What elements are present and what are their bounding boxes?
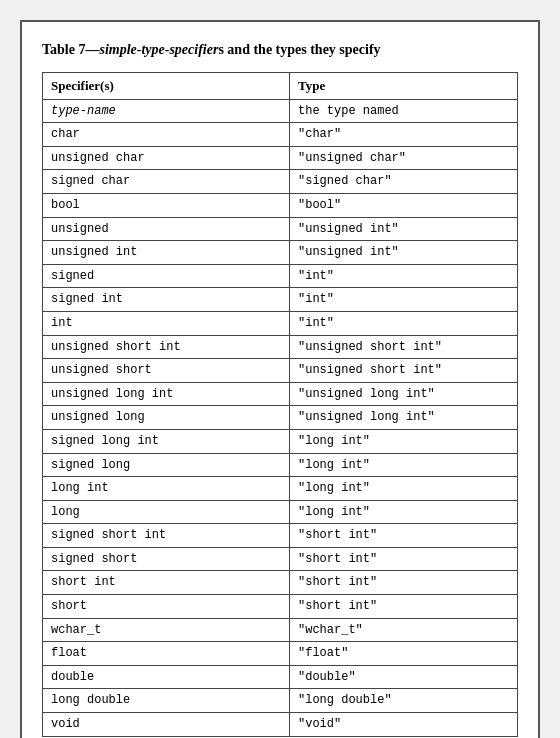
type-cell: "short int" [290, 571, 518, 595]
table-row: signed short"short int" [43, 547, 518, 571]
title-suffix: s and the types they specify [218, 42, 380, 57]
specifier-cell: float [43, 642, 290, 666]
specifier-cell: unsigned short [43, 359, 290, 383]
type-cell: "float" [290, 642, 518, 666]
specifier-cell: short int [43, 571, 290, 595]
table-row: unsigned char"unsigned char" [43, 146, 518, 170]
type-cell: "void" [290, 713, 518, 737]
table-row: unsigned long int"unsigned long int" [43, 382, 518, 406]
table-row: signed char"signed char" [43, 170, 518, 194]
type-cell: "unsigned long int" [290, 406, 518, 430]
specifier-cell: unsigned long int [43, 382, 290, 406]
specifier-cell: wchar_t [43, 618, 290, 642]
specifier-cell: unsigned long [43, 406, 290, 430]
specifier-cell: char [43, 123, 290, 147]
type-cell: "int" [290, 264, 518, 288]
type-cell: "short int" [290, 547, 518, 571]
specifier-cell: unsigned short int [43, 335, 290, 359]
table-row: bool"bool" [43, 193, 518, 217]
specifier-cell: bool [43, 193, 290, 217]
type-cell: "long double" [290, 689, 518, 713]
table-row: void"void" [43, 713, 518, 737]
table-row: short int"short int" [43, 571, 518, 595]
type-cell: "wchar_t" [290, 618, 518, 642]
table-row: wchar_t"wchar_t" [43, 618, 518, 642]
specifier-cell: signed [43, 264, 290, 288]
specifier-cell: void [43, 713, 290, 737]
table-row: float"float" [43, 642, 518, 666]
type-cell: "bool" [290, 193, 518, 217]
type-cell: "signed char" [290, 170, 518, 194]
specifier-cell: unsigned [43, 217, 290, 241]
table-row: unsigned short int"unsigned short int" [43, 335, 518, 359]
table-row: signed short int"short int" [43, 524, 518, 548]
specifier-cell: long [43, 500, 290, 524]
table-row: char"char" [43, 123, 518, 147]
type-cell: "unsigned int" [290, 217, 518, 241]
type-cell: "unsigned short int" [290, 359, 518, 383]
table-row: signed long"long int" [43, 453, 518, 477]
col-header-type: Type [290, 72, 518, 99]
table-row: type-namethe type named [43, 99, 518, 123]
type-cell: the type named [290, 99, 518, 123]
specifier-cell: signed long int [43, 429, 290, 453]
type-cell: "unsigned int" [290, 241, 518, 265]
type-cell: "long int" [290, 477, 518, 501]
title-prefix: Table 7— [42, 42, 99, 57]
table-row: signed int"int" [43, 288, 518, 312]
specifier-cell: long double [43, 689, 290, 713]
table-row: unsigned"unsigned int" [43, 217, 518, 241]
specifier-table: Specifier(s) Type type-namethe type name… [42, 72, 518, 737]
type-cell: "int" [290, 311, 518, 335]
specifier-cell: long int [43, 477, 290, 501]
type-cell: "unsigned char" [290, 146, 518, 170]
type-cell: "unsigned short int" [290, 335, 518, 359]
page-container: Table 7—simple-type-specifiers and the t… [20, 20, 540, 738]
specifier-cell: short [43, 595, 290, 619]
specifier-cell: signed short [43, 547, 290, 571]
specifier-cell: signed long [43, 453, 290, 477]
table-row: unsigned int"unsigned int" [43, 241, 518, 265]
type-cell: "int" [290, 288, 518, 312]
table-row: int"int" [43, 311, 518, 335]
table-row: unsigned long"unsigned long int" [43, 406, 518, 430]
title-italic: simple-type-specifier [99, 42, 218, 57]
type-cell: "char" [290, 123, 518, 147]
col-header-specifier: Specifier(s) [43, 72, 290, 99]
type-cell: "long int" [290, 500, 518, 524]
type-cell: "long int" [290, 429, 518, 453]
type-cell: "unsigned long int" [290, 382, 518, 406]
table-row: short"short int" [43, 595, 518, 619]
specifier-cell: signed char [43, 170, 290, 194]
specifier-cell: unsigned int [43, 241, 290, 265]
type-cell: "short int" [290, 524, 518, 548]
type-cell: "long int" [290, 453, 518, 477]
type-cell: "double" [290, 665, 518, 689]
table-row: long"long int" [43, 500, 518, 524]
specifier-cell: type-name [43, 99, 290, 123]
table-title: Table 7—simple-type-specifiers and the t… [42, 40, 518, 60]
specifier-cell: signed int [43, 288, 290, 312]
type-cell: "short int" [290, 595, 518, 619]
table-row: long int"long int" [43, 477, 518, 501]
table-row: double"double" [43, 665, 518, 689]
specifier-cell: unsigned char [43, 146, 290, 170]
table-row: signed"int" [43, 264, 518, 288]
table-row: signed long int"long int" [43, 429, 518, 453]
specifier-cell: int [43, 311, 290, 335]
specifier-cell: signed short int [43, 524, 290, 548]
table-row: long double"long double" [43, 689, 518, 713]
specifier-cell: double [43, 665, 290, 689]
table-row: unsigned short"unsigned short int" [43, 359, 518, 383]
